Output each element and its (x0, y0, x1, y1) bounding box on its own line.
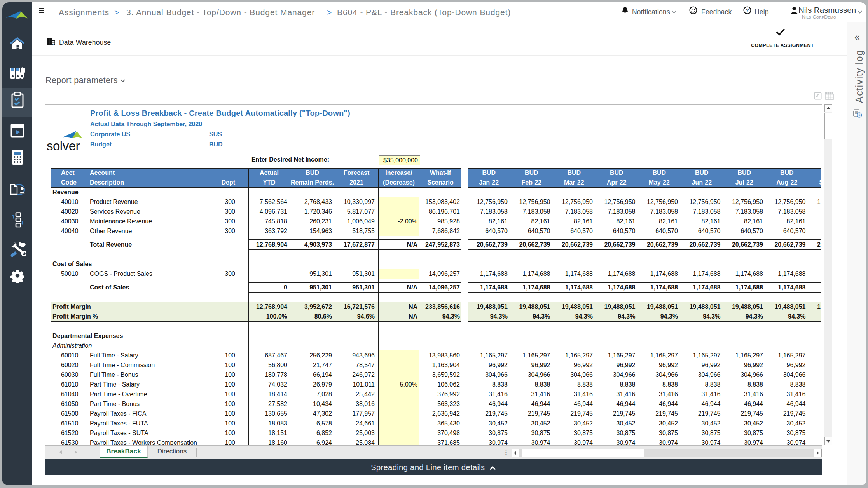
svg-text:?: ? (746, 8, 749, 13)
